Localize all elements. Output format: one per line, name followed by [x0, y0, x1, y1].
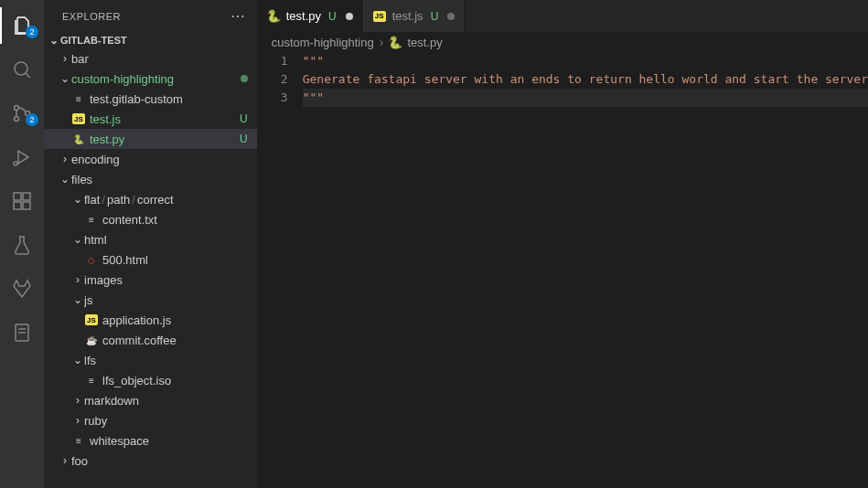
folder-label: flat/path/correct: [84, 193, 248, 207]
js-icon: JS: [372, 11, 387, 22]
folder-js[interactable]: ⌄ js: [44, 290, 257, 310]
search-activity[interactable]: [0, 51, 44, 88]
folder-label: files: [71, 173, 248, 186]
search-icon: [11, 58, 33, 80]
file-label: content.txt: [102, 213, 248, 227]
file-application-js[interactable]: JS application.js: [44, 310, 257, 330]
file-test-js[interactable]: JS test.js U: [44, 109, 257, 129]
python-icon: 🐍: [266, 9, 281, 23]
tab-test-js[interactable]: JS test.js U: [363, 0, 466, 32]
folder-foo[interactable]: › foo: [44, 451, 257, 471]
testing-activity[interactable]: [0, 227, 44, 263]
folder-bar[interactable]: › bar: [44, 48, 257, 69]
unsaved-dot-icon: [346, 13, 353, 20]
file-test-gitlab-custom[interactable]: ≡ test.gitlab-custom: [44, 89, 257, 109]
folder-label: js: [84, 293, 248, 307]
svg-rect-6: [14, 193, 21, 200]
editor-area: 🐍 test.py U JS test.js U custom-highligh…: [257, 0, 868, 488]
breadcrumb-file[interactable]: test.py: [407, 36, 442, 49]
explorer-activity[interactable]: 2: [0, 7, 44, 44]
sidebar-more-icon[interactable]: ⋯: [230, 7, 246, 25]
chevron-right-icon: ›: [59, 153, 71, 165]
folder-markdown[interactable]: › markdown: [44, 390, 257, 410]
git-status: U: [240, 112, 248, 125]
svg-rect-7: [23, 193, 30, 200]
sidebar-header: EXPLORER ⋯: [44, 0, 257, 32]
modified-dot-icon: [241, 75, 248, 82]
chevron-right-icon: ›: [59, 454, 71, 467]
folder-label: encoding: [71, 153, 248, 166]
folder-encoding[interactable]: › encoding: [44, 149, 257, 169]
code-content[interactable]: """ Generate fastapi server with an ends…: [303, 52, 868, 488]
file-label: test.py: [90, 133, 236, 146]
chevron-right-icon: ›: [380, 35, 384, 49]
svg-point-3: [15, 117, 19, 122]
coffee-icon: ☕: [84, 333, 99, 347]
folder-label: bar: [71, 52, 248, 66]
tab-bar: 🐍 test.py U JS test.js U: [257, 0, 868, 32]
line-number: 2: [257, 70, 288, 89]
file-label: test.gitlab-custom: [90, 92, 248, 106]
file-500-html[interactable]: ◇ 500.html: [44, 249, 257, 270]
gitlab-icon: [11, 278, 33, 300]
chevron-right-icon: ›: [71, 414, 84, 427]
chevron-down-icon: ⌄: [59, 72, 71, 85]
flask-icon: [11, 234, 33, 256]
debug-icon: [11, 146, 33, 168]
folder-label: foo: [71, 454, 248, 468]
line-number: 3: [257, 89, 288, 107]
python-icon: 🐍: [71, 132, 86, 146]
svg-point-2: [15, 106, 19, 111]
file-test-py[interactable]: 🐍 test.py U: [44, 129, 257, 149]
svg-point-0: [15, 62, 27, 75]
folder-html[interactable]: ⌄ html: [44, 229, 257, 249]
js-icon: JS: [71, 111, 86, 126]
scm-activity[interactable]: 2: [0, 95, 44, 132]
file-icon: ≡: [84, 373, 99, 387]
chevron-down-icon: ⌄: [59, 173, 71, 186]
chevron-right-icon: ›: [71, 394, 84, 407]
file-whitespace[interactable]: ≡ whitespace: [44, 430, 257, 451]
explorer-badge: 2: [26, 26, 38, 38]
file-label: application.js: [102, 313, 248, 327]
svg-rect-8: [14, 202, 21, 209]
file-icon: ≡: [71, 433, 86, 448]
chevron-down-icon: ⌄: [71, 233, 84, 246]
breadcrumb-folder[interactable]: custom-highlighting: [272, 36, 374, 49]
file-label: whitespace: [90, 434, 248, 448]
tab-test-py[interactable]: 🐍 test.py U: [257, 0, 363, 32]
file-label: commit.coffee: [102, 334, 248, 347]
file-icon: ≡: [71, 91, 86, 106]
file-label: lfs_object.iso: [102, 374, 248, 387]
breadcrumbs[interactable]: custom-highlighting › 🐍 test.py: [257, 32, 868, 52]
chevron-right-icon: ›: [71, 273, 84, 286]
svg-rect-9: [23, 202, 30, 209]
extensions-activity[interactable]: [0, 183, 44, 219]
folder-files[interactable]: ⌄ files: [44, 169, 257, 189]
js-icon: JS: [84, 313, 99, 327]
folder-flat-path-correct[interactable]: ⌄ flat/path/correct: [44, 189, 257, 209]
folder-custom-highlighting[interactable]: ⌄ custom-highlighting: [44, 69, 257, 89]
tree-root[interactable]: ⌄ GITLAB-TEST: [44, 32, 257, 48]
scm-badge: 2: [26, 113, 38, 126]
sidebar-title: EXPLORER: [62, 11, 121, 22]
svg-line-1: [26, 73, 30, 78]
debug-activity[interactable]: [0, 139, 44, 175]
folder-ruby[interactable]: › ruby: [44, 410, 257, 430]
notes-activity[interactable]: [0, 314, 44, 351]
file-content-txt[interactable]: ≡ content.txt: [44, 209, 257, 229]
code-line: """: [303, 90, 324, 104]
folder-images[interactable]: › images: [44, 270, 257, 290]
gitlab-activity[interactable]: [0, 271, 44, 307]
folder-label: html: [84, 233, 248, 247]
chevron-down-icon: ⌄: [71, 354, 84, 366]
file-commit-coffee[interactable]: ☕ commit.coffee: [44, 330, 257, 350]
folder-lfs[interactable]: ⌄ lfs: [44, 350, 257, 370]
code-line: """: [303, 54, 324, 68]
file-lfs-object-iso[interactable]: ≡ lfs_object.iso: [44, 370, 257, 390]
chevron-down-icon: ⌄: [71, 193, 84, 206]
code-editor[interactable]: 1 2 3 """ Generate fastapi server with a…: [257, 52, 868, 488]
line-gutter: 1 2 3: [257, 52, 303, 488]
git-status: U: [431, 10, 439, 23]
note-icon: [11, 322, 33, 344]
